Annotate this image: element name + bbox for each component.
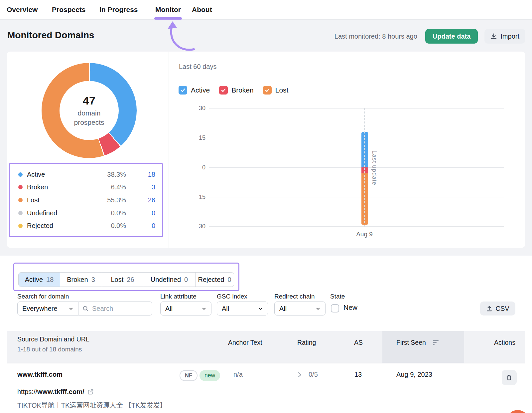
trash-icon xyxy=(506,374,513,381)
legend-label: Broken xyxy=(27,183,93,191)
col-first-seen[interactable]: First Seen xyxy=(396,339,426,346)
import-button[interactable]: Import xyxy=(484,29,525,44)
legend-count-link[interactable]: 18 xyxy=(126,171,155,178)
row-source-url-link[interactable]: https://www.tkfff.com/ xyxy=(17,388,94,396)
legend-pct: 0.0% xyxy=(93,209,126,217)
export-csv-button[interactable]: CSV xyxy=(480,302,515,315)
nav-tab-in-progress[interactable]: In Progress xyxy=(99,0,138,20)
checkbox-active[interactable]: Active xyxy=(179,86,210,95)
legend-pct: 0.0% xyxy=(93,222,126,230)
page-title: Monitored Domains xyxy=(7,30,94,41)
search-domain-label: Search for domain xyxy=(17,293,69,300)
external-link-icon[interactable] xyxy=(87,389,94,395)
row-rating[interactable]: 0/5 xyxy=(309,371,318,378)
url-prefix: https:// xyxy=(17,388,37,396)
legend-count-link[interactable]: 3 xyxy=(126,183,155,191)
domain-search-field[interactable] xyxy=(78,302,152,315)
redirect-chain-value: All xyxy=(279,305,287,312)
y-tick: 15 xyxy=(192,194,205,201)
chevron-down-icon xyxy=(68,306,73,311)
update-data-button[interactable]: Update data xyxy=(425,29,478,44)
legend-count-link[interactable]: 0 xyxy=(126,209,155,217)
broken-checkbox-icon xyxy=(219,86,228,95)
tab-broken[interactable]: Broken 3 xyxy=(60,273,102,287)
bar-lost[interactable] xyxy=(361,173,368,225)
checkbox-label: Broken xyxy=(231,86,254,94)
tab-active[interactable]: Active 18 xyxy=(19,273,60,287)
link-attribute-value: All xyxy=(165,305,173,312)
nav-tab-overview[interactable]: Overview xyxy=(7,0,38,20)
legend-row-active: Active 38.3% 18 xyxy=(18,171,155,178)
legend-row-broken: Broken 6.4% 3 xyxy=(18,183,155,191)
annotation-legend-box: Active 38.3% 18 Broken 6.4% 3 Lost 55.3%… xyxy=(9,163,163,237)
gridline xyxy=(209,138,504,138)
row-as-score: 13 xyxy=(354,371,362,378)
gsc-index-value: All xyxy=(222,305,229,312)
search-input[interactable] xyxy=(92,305,142,312)
legend-label: Rejected xyxy=(27,222,93,230)
donut-total: 47 xyxy=(83,94,95,107)
gridline xyxy=(209,108,504,108)
search-icon xyxy=(82,306,89,312)
row-domain-link[interactable]: www.tkfff.com xyxy=(17,371,63,378)
y-tick: 15 xyxy=(192,134,205,141)
first-seen-column-highlight xyxy=(382,331,464,363)
link-attribute-dropdown[interactable]: All xyxy=(160,302,211,315)
x-axis-label: Aug 9 xyxy=(348,231,381,238)
trend-bar-chart: 30 15 0 15 30 Last update Aug 9 xyxy=(209,108,504,227)
checkbox-broken[interactable]: Broken xyxy=(219,86,254,95)
broken-dot-icon xyxy=(18,185,23,189)
legend-pct: 6.4% xyxy=(93,183,126,191)
search-scope-dropdown[interactable]: Everywhere xyxy=(17,302,78,315)
y-tick: 0 xyxy=(192,164,205,171)
tab-rejected[interactable]: Rejected 0 xyxy=(196,273,234,287)
state-new-label: New xyxy=(343,304,357,311)
tab-count: 26 xyxy=(127,276,134,284)
delete-row-button[interactable] xyxy=(502,370,517,385)
gsc-index-dropdown[interactable]: All xyxy=(217,302,268,315)
nav-tab-monitor[interactable]: Monitor xyxy=(155,0,181,20)
tab-count: 0 xyxy=(184,276,188,284)
nav-tab-prospects[interactable]: Prospects xyxy=(52,0,86,20)
col-as[interactable]: AS xyxy=(354,339,363,346)
chevron-down-icon xyxy=(258,306,263,311)
redirect-chain-dropdown[interactable]: All xyxy=(274,302,326,315)
tab-label: Rejected xyxy=(198,276,224,284)
export-icon xyxy=(486,306,492,312)
legend-row-rejected: Rejected 0.0% 0 xyxy=(18,222,155,230)
new-badge: new xyxy=(200,370,220,381)
tab-label: Active xyxy=(25,276,43,284)
col-anchor-text[interactable]: Anchor Text xyxy=(228,339,262,346)
domain-status-donut-chart[interactable]: 47 domain prospects xyxy=(42,63,137,158)
active-dot-icon xyxy=(18,172,23,177)
active-checkbox-icon xyxy=(179,86,187,95)
nav-tab-about[interactable]: About xyxy=(192,0,212,20)
legend-pct: 55.3% xyxy=(93,196,126,204)
donut-center: 47 domain prospects xyxy=(60,81,119,140)
legend-count-link[interactable]: 26 xyxy=(126,196,155,204)
card-divider xyxy=(169,52,169,248)
row-divider xyxy=(7,363,525,363)
col-actions: Actions xyxy=(494,339,515,346)
expand-chevron-icon[interactable] xyxy=(296,371,303,378)
tab-undefined[interactable]: Undefined 0 xyxy=(143,273,196,287)
header-actions: Last monitored: 8 hours ago Update data … xyxy=(334,29,525,44)
tab-lost[interactable]: Lost 26 xyxy=(102,273,143,287)
link-attribute-label: Link attribute xyxy=(160,293,197,300)
checkbox-lost[interactable]: Lost xyxy=(263,86,289,95)
col-rating[interactable]: Rating xyxy=(297,339,316,346)
legend-pct: 38.3% xyxy=(93,171,126,178)
state-new-checkbox[interactable] xyxy=(331,304,339,312)
top-nav: Overview Prospects In Progress Monitor A… xyxy=(0,0,532,20)
bar-active[interactable] xyxy=(361,132,368,168)
checkbox-label: Active xyxy=(191,86,210,94)
legend-count-link[interactable]: 0 xyxy=(126,222,155,230)
y-tick: 30 xyxy=(192,223,205,230)
gridline xyxy=(209,167,504,168)
domains-panel: Active 18 Broken 3 Lost 26 Undefined 0 R… xyxy=(0,256,532,413)
sort-descending-icon[interactable] xyxy=(433,340,439,345)
tab-label: Undefined xyxy=(151,276,181,284)
row-anchor-text: n/a xyxy=(233,371,243,378)
y-tick: 30 xyxy=(192,105,205,112)
bar-broken[interactable] xyxy=(361,167,368,173)
